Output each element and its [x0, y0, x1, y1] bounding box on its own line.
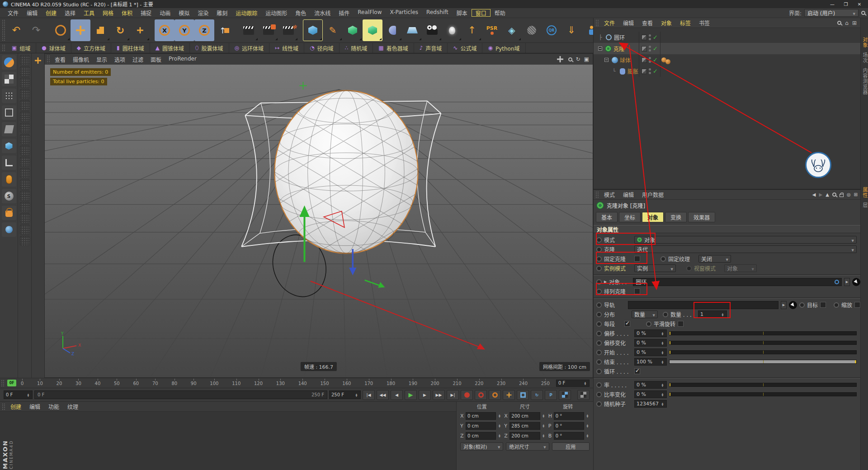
anim-dot-icon[interactable] [596, 359, 602, 365]
menu-item[interactable]: 角色 [291, 9, 310, 17]
stepper-icon[interactable] [497, 434, 501, 437]
anim-dot-icon[interactable] [596, 382, 602, 388]
pick-arrow-icon[interactable]: ▲ [826, 192, 829, 197]
object-manager-menu-item[interactable]: 标签 [676, 19, 695, 27]
field-type-button[interactable]: ▣ 组域 [6, 43, 36, 53]
snap-button[interactable]: S [2, 189, 16, 203]
enabled-check-icon[interactable]: ✓ [653, 56, 658, 63]
record-position-button[interactable] [503, 390, 515, 400]
floor-button[interactable] [402, 19, 422, 41]
attribute-menu-item[interactable]: 用户数据 [638, 191, 668, 198]
subdivision-surface-button[interactable] [343, 19, 363, 41]
stepper-icon[interactable] [721, 313, 725, 316]
scale-checkbox[interactable] [854, 302, 860, 308]
anim-dot-icon[interactable] [596, 321, 602, 327]
viewport-solo-button[interactable] [2, 222, 16, 237]
render-settings-button[interactable]: ✻ [278, 19, 298, 41]
palette-array-icon[interactable] [20, 213, 30, 223]
object-manager-menu-item[interactable]: 文件 [600, 19, 619, 27]
anim-dot-icon[interactable] [663, 312, 668, 317]
percent-slider[interactable] [669, 360, 857, 364]
palette-array-icon[interactable] [20, 191, 30, 201]
viewport-menu-item[interactable]: 选项 [111, 56, 129, 63]
viewport-menu-item[interactable]: 过滤 [129, 56, 147, 63]
interface-dropdown[interactable]: 启动 (用户) [804, 9, 859, 17]
object-manager-menu-item[interactable]: 对象 [657, 19, 676, 27]
last-tool-button[interactable] [130, 19, 150, 41]
palette-array-icon[interactable] [20, 134, 30, 144]
material-menu-item[interactable]: 纹理 [63, 403, 82, 410]
palette-array-icon[interactable] [20, 225, 30, 235]
menu-item[interactable]: 运动图形 [261, 9, 291, 17]
menu-item[interactable]: 动画 [156, 9, 175, 17]
palette-array-icon[interactable] [20, 112, 30, 122]
viewport-menu-item[interactable]: ProRender [165, 56, 200, 63]
menu-item[interactable]: 插件 [335, 9, 354, 17]
field-type-button[interactable]: ◆ 立方体域 [71, 43, 111, 53]
model-mode-button[interactable] [2, 72, 16, 86]
lock-x-button[interactable]: X [155, 19, 175, 41]
stepper-icon[interactable] [354, 393, 359, 397]
psr-button[interactable]: PSR [482, 19, 502, 41]
current-frame-field[interactable]: 0 F [4, 390, 33, 399]
viewport-menu-item[interactable]: 摄像机 [69, 56, 93, 63]
stepper-icon[interactable] [542, 424, 546, 428]
previous-frame-button[interactable]: ◀ [391, 390, 403, 400]
anim-dot-icon[interactable] [596, 247, 602, 252]
viewport-menu-item[interactable]: 面板 [147, 56, 165, 63]
attribute-tab[interactable]: 变换 [665, 212, 687, 222]
generator-button[interactable] [363, 19, 382, 41]
previous-key-button[interactable]: ◀◀ [377, 390, 389, 400]
expander-icon[interactable] [604, 58, 609, 62]
make-editable-button[interactable] [2, 55, 16, 70]
primitive-cube-button[interactable] [303, 19, 323, 41]
spline-pen-button[interactable]: ✎ [323, 19, 343, 41]
material-list-area[interactable]: MAXON CINEMA4D [0, 412, 456, 470]
visibility-dots[interactable] [649, 46, 651, 52]
field-type-button[interactable]: ◔ 径向域 [304, 43, 340, 53]
edges-mode-button[interactable] [2, 122, 16, 136]
magnet-drop-button[interactable]: ⇓ [561, 19, 581, 41]
arrange-clone-checkbox[interactable] [634, 288, 640, 294]
stepper-icon[interactable] [497, 424, 501, 428]
scale-tool-button[interactable] [90, 19, 110, 41]
menu-item[interactable]: 网格 [99, 9, 118, 17]
menu-item[interactable]: Redshift [422, 9, 453, 17]
render-view-button[interactable] [239, 19, 259, 41]
goto-end-button[interactable]: ▶| [447, 390, 459, 400]
anim-dot-icon[interactable] [596, 331, 602, 336]
stepper-icon[interactable] [660, 351, 665, 354]
size-mode-dropdown[interactable]: 绝对尺寸 [506, 442, 549, 451]
viewport-canvas[interactable]: Number of emitters: 0 Total live particl… [45, 65, 593, 377]
redo-button[interactable]: ↷ [26, 19, 46, 41]
link-menu-button[interactable]: ▶ [844, 278, 850, 286]
vertical-tab[interactable]: 内容浏览器 [861, 68, 868, 95]
object-manager-menu-item[interactable]: 编辑 [619, 19, 638, 27]
enabled-check-icon[interactable]: ✓ [653, 68, 658, 75]
texture-mode-button[interactable] [2, 89, 16, 103]
goto-start-button[interactable]: |◀ [363, 390, 375, 400]
rotate-tool-button[interactable]: ↻ [110, 19, 130, 41]
menu-item[interactable]: 文件 [4, 9, 23, 17]
timeline-end-field[interactable]: 0 F [556, 380, 590, 387]
percent-slider[interactable] [669, 341, 857, 345]
history-forward-icon[interactable]: ▶ [819, 192, 822, 197]
rot-b-field[interactable]: 0 ° [554, 432, 584, 440]
stepper-icon[interactable] [585, 434, 590, 437]
stepper-icon[interactable] [585, 424, 590, 428]
paint-button[interactable] [2, 206, 16, 220]
layer-swatch[interactable] [642, 35, 647, 40]
attribute-tab[interactable]: 效果器 [688, 212, 715, 222]
new-panel-icon[interactable]: ⊞ [854, 192, 858, 197]
search-icon[interactable] [837, 21, 841, 25]
layer-swatch[interactable] [642, 69, 647, 74]
field-type-button[interactable]: ◎ 远环体域 [229, 43, 270, 53]
record-rotation-button[interactable]: ↻ [531, 390, 543, 400]
field-type-button[interactable]: ♪ 声音域 [414, 43, 448, 53]
live-selection-button[interactable] [51, 19, 71, 41]
percent-field[interactable]: 0 % [634, 329, 667, 337]
object-picker-button[interactable] [852, 278, 860, 286]
move-icon[interactable] [35, 57, 41, 64]
distribution-dropdown[interactable]: 数量 [632, 310, 658, 318]
percent-slider[interactable] [669, 392, 857, 396]
